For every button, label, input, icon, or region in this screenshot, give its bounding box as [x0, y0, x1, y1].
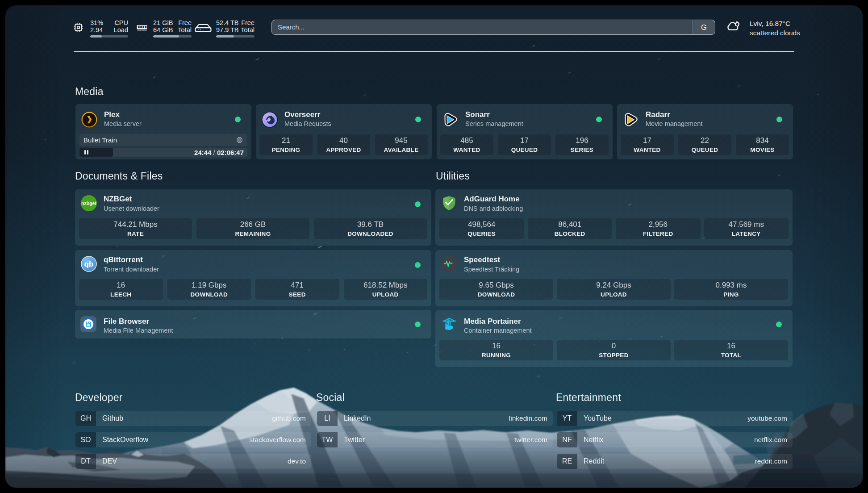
svg-text:qb: qb: [84, 260, 94, 268]
svg-text:nzbget: nzbget: [81, 201, 96, 206]
